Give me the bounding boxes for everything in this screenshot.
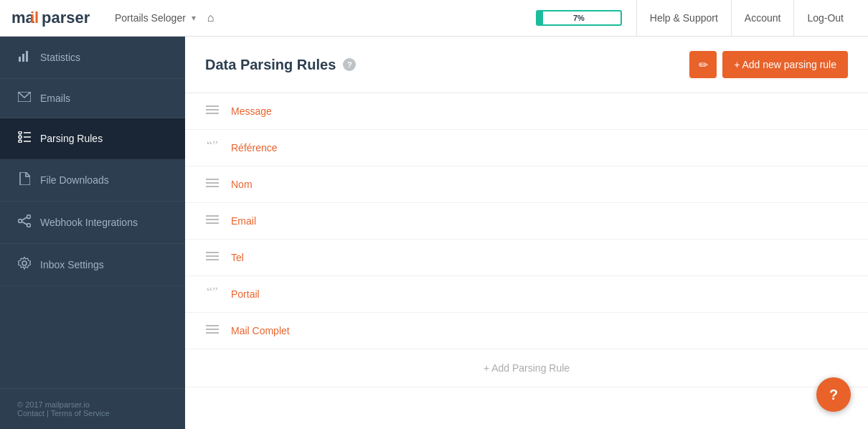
rule-icon-portail: “” bbox=[205, 288, 220, 301]
add-parsing-rule-button[interactable]: + Add new parsing rule bbox=[722, 51, 848, 78]
page-title: Data Parsing Rules bbox=[205, 57, 336, 73]
svg-text:il: il bbox=[30, 9, 39, 27]
svg-text:parser: parser bbox=[42, 9, 90, 27]
help-tooltip-badge[interactable]: ? bbox=[343, 58, 356, 71]
footer-links: Contact | Terms of Service bbox=[17, 409, 168, 418]
progress-bar-fill bbox=[537, 11, 543, 24]
sidebar-label-inbox-settings: Inbox Settings bbox=[40, 259, 104, 270]
help-support-link[interactable]: Help & Support bbox=[636, 0, 731, 37]
sidebar-item-parsing-rules[interactable]: Parsing Rules bbox=[0, 118, 185, 159]
rule-name-tel: Tel bbox=[231, 252, 244, 263]
inbox-settings-icon bbox=[17, 257, 32, 273]
rule-item-reference[interactable]: “” Référence bbox=[185, 130, 868, 166]
inbox-selector[interactable]: Portails Seloger ▾ ⌂ bbox=[115, 11, 214, 24]
sidebar-item-inbox-settings[interactable]: Inbox Settings bbox=[0, 244, 185, 286]
svg-rect-3 bbox=[19, 57, 21, 62]
webhook-integrations-icon bbox=[17, 214, 32, 230]
sidebar-item-file-downloads[interactable]: File Downloads bbox=[0, 159, 185, 202]
add-rule-row[interactable]: + Add Parsing Rule bbox=[185, 349, 868, 387]
svg-point-18 bbox=[22, 261, 27, 265]
rule-name-reference: Référence bbox=[231, 142, 278, 154]
sidebar-item-emails[interactable]: Emails bbox=[0, 79, 185, 118]
svg-point-14 bbox=[27, 215, 31, 219]
sidebar-label-webhook-integrations: Webhook Integrations bbox=[40, 217, 138, 228]
edit-icon: ✏ bbox=[699, 58, 708, 72]
rule-name-email: Email bbox=[231, 215, 256, 227]
header-actions: ✏ + Add new parsing rule bbox=[689, 51, 848, 78]
rule-icon-mail-complet bbox=[205, 324, 220, 337]
svg-rect-4 bbox=[22, 54, 24, 62]
svg-rect-5 bbox=[26, 51, 28, 62]
file-downloads-icon bbox=[17, 172, 32, 188]
contact-link[interactable]: Contact bbox=[17, 409, 44, 418]
sidebar-nav: Statistics Emails Parsing Rules File Dow… bbox=[0, 37, 185, 286]
rule-item-nom[interactable]: Nom bbox=[185, 166, 868, 203]
main-content: Data Parsing Rules ? ✏ + Add new parsing… bbox=[185, 37, 868, 429]
page-title-area: Data Parsing Rules ? bbox=[205, 57, 356, 73]
dropdown-icon[interactable]: ▾ bbox=[192, 13, 196, 23]
sidebar-label-parsing-rules: Parsing Rules bbox=[40, 133, 103, 144]
top-navigation: ma il parser Portails Seloger ▾ ⌂ 7% Hel… bbox=[0, 0, 868, 37]
floating-help-button[interactable]: ? bbox=[816, 377, 851, 412]
sidebar-label-file-downloads: File Downloads bbox=[40, 174, 109, 186]
progress-label: 7% bbox=[573, 14, 585, 22]
rule-item-message[interactable]: Message bbox=[185, 93, 868, 130]
svg-text:“”: “” bbox=[207, 141, 218, 151]
main-layout: Statistics Emails Parsing Rules File Dow… bbox=[0, 37, 868, 429]
parsing-rules-icon bbox=[17, 131, 32, 146]
sidebar-item-webhook-integrations[interactable]: Webhook Integrations bbox=[0, 202, 185, 244]
storage-progress: 7% bbox=[536, 10, 622, 26]
svg-line-16 bbox=[22, 217, 27, 220]
terms-link[interactable]: Terms of Service bbox=[51, 409, 110, 418]
rule-name-message: Message bbox=[231, 105, 272, 117]
statistics-icon bbox=[17, 50, 32, 65]
rule-name-mail-complet: Mail Complet bbox=[231, 325, 290, 336]
account-link[interactable]: Account bbox=[731, 0, 794, 37]
svg-point-7 bbox=[19, 131, 22, 134]
nav-links: Help & Support Account Log-Out bbox=[636, 0, 857, 37]
svg-point-9 bbox=[19, 140, 22, 143]
svg-point-15 bbox=[27, 224, 31, 227]
edit-button[interactable]: ✏ bbox=[689, 51, 717, 78]
rule-icon-nom bbox=[205, 178, 220, 191]
svg-point-8 bbox=[19, 136, 22, 138]
rule-icon-message bbox=[205, 105, 220, 118]
rule-icon-tel bbox=[205, 251, 220, 264]
rule-name-nom: Nom bbox=[231, 179, 253, 190]
svg-line-17 bbox=[22, 222, 27, 225]
logout-link[interactable]: Log-Out bbox=[793, 0, 857, 37]
content-header: Data Parsing Rules ? ✏ + Add new parsing… bbox=[185, 37, 868, 93]
rule-item-tel[interactable]: Tel bbox=[185, 240, 868, 276]
sidebar-footer: © 2017 mailparser.io Contact | Terms of … bbox=[0, 388, 185, 429]
sidebar-label-emails: Emails bbox=[40, 93, 70, 104]
sidebar: Statistics Emails Parsing Rules File Dow… bbox=[0, 37, 185, 429]
copyright: © 2017 mailparser.io bbox=[17, 400, 168, 409]
sidebar-item-statistics[interactable]: Statistics bbox=[0, 37, 185, 79]
sidebar-label-statistics: Statistics bbox=[40, 52, 80, 63]
inbox-name: Portails Seloger bbox=[115, 12, 186, 24]
svg-point-13 bbox=[19, 220, 22, 223]
rules-list: Message “” Référence Nom Email Tel “” Po… bbox=[185, 93, 868, 349]
rule-item-mail-complet[interactable]: Mail Complet bbox=[185, 313, 868, 349]
rule-name-portail: Portail bbox=[231, 288, 260, 300]
rule-icon-email bbox=[205, 214, 220, 227]
svg-text:“”: “” bbox=[207, 288, 218, 298]
rule-icon-reference: “” bbox=[205, 141, 220, 154]
home-icon[interactable]: ⌂ bbox=[207, 11, 214, 24]
emails-icon bbox=[17, 92, 32, 105]
rule-item-email[interactable]: Email bbox=[185, 203, 868, 240]
logo: ma il parser bbox=[11, 6, 98, 31]
rule-item-portail[interactable]: “” Portail bbox=[185, 276, 868, 313]
